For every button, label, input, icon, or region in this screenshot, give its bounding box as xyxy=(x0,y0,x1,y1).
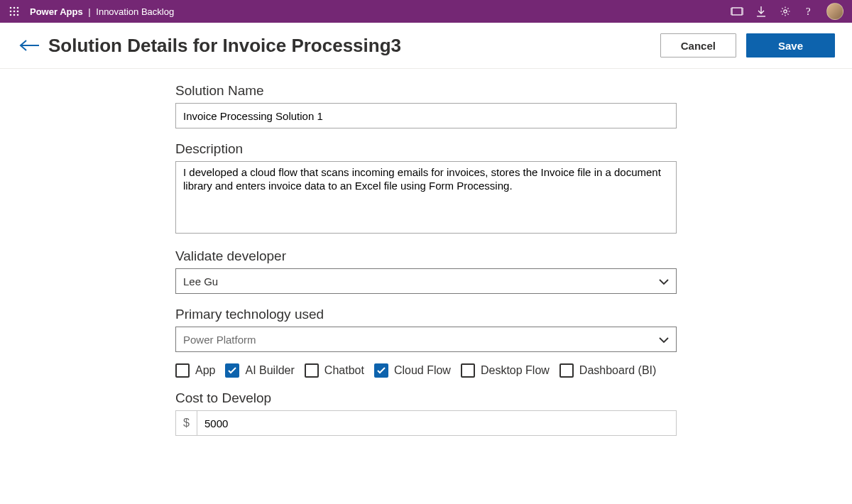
description-label: Description xyxy=(175,141,677,157)
solution-name-input[interactable] xyxy=(175,103,677,128)
solution-form: Solution Name Description Validate devel… xyxy=(175,77,677,436)
checkbox-label: AI Builder xyxy=(245,364,294,377)
svg-point-0 xyxy=(10,7,12,9)
svg-point-6 xyxy=(10,14,12,16)
checkbox-label: Desktop Flow xyxy=(481,364,550,377)
checkbox-box xyxy=(559,363,574,378)
validate-developer-value: Lee Gu xyxy=(183,275,218,287)
checkbox-box xyxy=(305,363,319,378)
checkbox-cloud-flow[interactable]: Cloud Flow xyxy=(374,363,451,378)
description-input[interactable] xyxy=(175,161,677,234)
svg-point-14 xyxy=(784,10,787,13)
checkbox-ai-builder[interactable]: AI Builder xyxy=(225,363,294,378)
svg-text:?: ? xyxy=(806,6,811,17)
primary-tech-select[interactable]: Power Platform xyxy=(175,327,677,352)
currency-symbol: $ xyxy=(175,410,197,436)
download-icon[interactable] xyxy=(754,4,768,18)
svg-point-8 xyxy=(17,14,19,16)
checkbox-label: App xyxy=(195,364,215,377)
checkbox-label: Cloud Flow xyxy=(394,364,451,377)
page-header: Solution Details for Invoice Processing3… xyxy=(0,23,852,69)
svg-point-7 xyxy=(13,14,16,16)
tech-checkboxes: App AI Builder Chatbot Cloud Flow Deskto… xyxy=(175,363,677,378)
page-title: Solution Details for Invoice Processing3 xyxy=(48,35,660,57)
svg-point-4 xyxy=(13,11,16,13)
avatar[interactable] xyxy=(826,3,843,20)
svg-point-3 xyxy=(10,11,12,13)
fit-to-screen-icon[interactable] xyxy=(730,4,744,18)
validate-developer-label: Validate developer xyxy=(175,248,677,264)
back-button[interactable] xyxy=(17,33,43,58)
checkbox-dashboard[interactable]: Dashboard (BI) xyxy=(559,363,657,378)
help-icon[interactable]: ? xyxy=(802,4,816,18)
solution-name-label: Solution Name xyxy=(175,83,677,99)
checkbox-box xyxy=(374,363,388,378)
cost-input[interactable] xyxy=(197,410,677,436)
brand-sub: Innovation Backlog xyxy=(96,6,174,17)
chevron-down-icon xyxy=(659,334,669,346)
topbar-actions: ? xyxy=(730,3,843,20)
settings-icon[interactable] xyxy=(778,4,792,18)
svg-rect-9 xyxy=(732,8,742,15)
primary-tech-value: Power Platform xyxy=(183,334,256,346)
cost-label: Cost to Develop xyxy=(175,390,677,406)
checkbox-box xyxy=(175,363,190,378)
validate-developer-select[interactable]: Lee Gu xyxy=(175,268,677,294)
chevron-down-icon xyxy=(659,275,669,287)
cost-row: $ xyxy=(175,410,677,436)
topbar: Power Apps | Innovation Backlog ? xyxy=(0,0,852,23)
checkbox-chatbot[interactable]: Chatbot xyxy=(305,363,364,378)
checkbox-desktop-flow[interactable]: Desktop Flow xyxy=(461,363,550,378)
checkbox-app[interactable]: App xyxy=(175,363,215,378)
brand-app: Power Apps xyxy=(30,6,83,17)
checkbox-box xyxy=(461,363,475,378)
checkbox-label: Dashboard (BI) xyxy=(579,364,657,377)
brand-separator: | xyxy=(88,6,90,17)
svg-point-2 xyxy=(17,7,19,9)
primary-tech-label: Primary technology used xyxy=(175,307,677,322)
svg-point-5 xyxy=(17,11,19,13)
cancel-button[interactable]: Cancel xyxy=(660,33,736,57)
brand-text: Power Apps | Innovation Backlog xyxy=(30,6,174,17)
save-button[interactable]: Save xyxy=(746,33,835,57)
checkbox-box xyxy=(225,363,239,378)
svg-point-1 xyxy=(13,7,16,9)
app-launcher-icon[interactable] xyxy=(6,3,23,20)
checkbox-label: Chatbot xyxy=(324,364,364,377)
